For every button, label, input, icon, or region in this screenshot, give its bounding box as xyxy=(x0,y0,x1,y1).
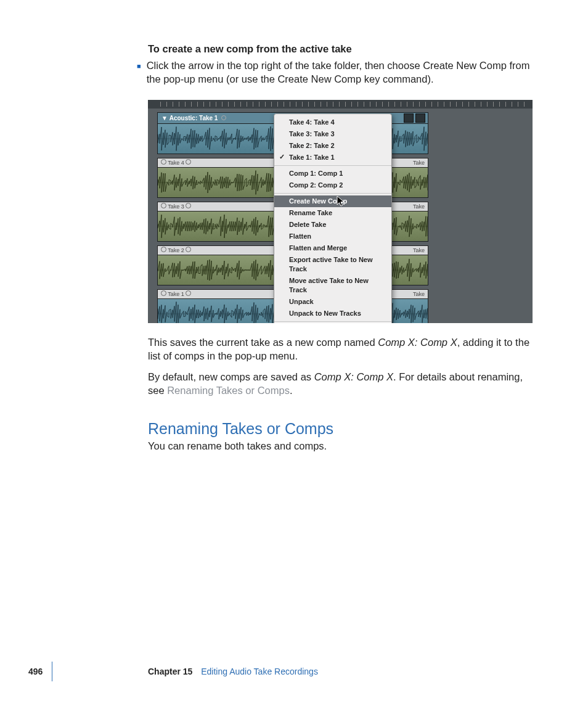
loop-icon xyxy=(186,247,191,252)
take-folder-popup-menu: Take 4: Take 4Take 3: Take 3Take 2: Take… xyxy=(274,113,392,323)
menu-separator xyxy=(274,193,391,194)
menu-item[interactable]: Take 3: Take 3 xyxy=(274,128,391,140)
menu-item[interactable]: Move active Take to New Track xyxy=(274,275,391,296)
header-button-1[interactable] xyxy=(404,113,414,123)
menu-separator xyxy=(274,321,391,322)
page-footer: 496 Chapter 15 Editing Audio Take Record… xyxy=(0,667,588,681)
menu-item[interactable]: Take 4: Take 4 xyxy=(274,117,391,128)
take-folder-menu-button[interactable] xyxy=(415,113,425,123)
loop-icon xyxy=(186,159,191,165)
track-header-label: Acoustic: Take 1 xyxy=(169,115,218,121)
menu-item[interactable]: Delete Take xyxy=(274,219,391,231)
chapter-name: Editing Audio Take Recordings xyxy=(201,667,318,676)
loop-icon xyxy=(161,247,166,252)
instruction-heading: To create a new comp from the active tak… xyxy=(148,43,534,55)
menu-item[interactable]: Export active Take to New Track xyxy=(274,254,391,275)
renaming-link[interactable]: Renaming Takes or Comps xyxy=(167,385,290,396)
page-number: 496 xyxy=(28,667,43,676)
menu-item[interactable]: Create New Comp xyxy=(274,195,391,207)
menu-item[interactable]: Flatten xyxy=(274,231,391,242)
loop-icon xyxy=(161,159,166,165)
loop-icon xyxy=(161,290,166,296)
menu-item[interactable]: Unpack xyxy=(274,296,391,308)
footer-divider xyxy=(52,662,52,681)
screenshot-figure: ▼ Acoustic: Take 1 Take 4 Take Take 3 Ta… xyxy=(148,100,533,323)
paragraph-default: By default, new comps are saved as Comp … xyxy=(148,370,534,398)
loop-icon xyxy=(186,290,191,296)
loop-icon xyxy=(186,203,191,208)
disclosure-triangle-icon[interactable]: ▼ xyxy=(161,115,168,121)
bullet-mark-icon: ■ xyxy=(137,59,141,86)
chapter-label: Chapter 15 xyxy=(148,667,192,676)
bullet-item: ■ Click the arrow in the top right of th… xyxy=(137,59,534,86)
section-heading: Renaming Takes or Comps xyxy=(148,420,534,438)
menu-item[interactable]: Comp 2: Comp 2 xyxy=(274,179,391,191)
menu-separator xyxy=(274,165,391,166)
timeline-ruler xyxy=(148,100,533,109)
menu-item[interactable]: Unpack to New Tracks xyxy=(274,308,391,319)
checkmark-icon: ✓ xyxy=(279,152,285,162)
loop-indicator-icon xyxy=(221,115,226,120)
loop-icon xyxy=(161,203,166,208)
menu-item[interactable]: Comp 1: Comp 1 xyxy=(274,168,391,179)
menu-item[interactable]: Take 2: Take 2 xyxy=(274,140,391,152)
bullet-text: Click the arrow in the top right of the … xyxy=(147,59,534,86)
menu-item[interactable]: Flatten and Merge xyxy=(274,242,391,254)
menu-item[interactable]: ✓Take 1: Take 1 xyxy=(274,152,391,163)
paragraph-result: This saves the current take as a new com… xyxy=(148,335,534,363)
section-intro: You can rename both takes and comps. xyxy=(148,439,534,453)
menu-item[interactable]: Rename Take xyxy=(274,207,391,219)
